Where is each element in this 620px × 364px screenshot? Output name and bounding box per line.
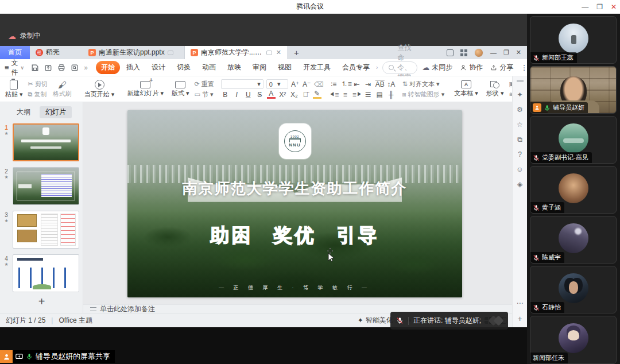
phonetic-guide-button[interactable]: 变̈ [301, 91, 310, 99]
clear-format-icon[interactable]: ⌫ [314, 80, 323, 88]
align-center-button[interactable]: ≡ [341, 91, 350, 99]
increase-font-icon[interactable]: A⁺ [291, 80, 300, 88]
slides-tab[interactable]: 幻灯片 [40, 106, 72, 118]
close-icon[interactable]: ✕ [611, 3, 617, 11]
superscript-button[interactable]: X² [278, 91, 287, 99]
maximize-icon[interactable]: ❐ [596, 3, 603, 11]
slide-thumbnail-4[interactable]: 4★ [0, 251, 83, 293]
underline-button[interactable]: U [244, 91, 253, 99]
slide-1-canvas[interactable]: 1902 NNU 南京师范大学学生资助工作简介 助困 奖优 引导 — 正 德 厚… [127, 110, 462, 297]
font-color-button[interactable]: A [267, 91, 276, 99]
reset-button[interactable]: ⟳重置 [195, 80, 214, 88]
bullet-list-button[interactable]: ∶≡ [330, 80, 338, 88]
ribbon-tab-animation[interactable]: 动画 [197, 61, 221, 74]
participant-tile[interactable]: 辅导员赵妍 [530, 66, 617, 114]
minimize-icon[interactable]: — [582, 3, 588, 11]
feedback-icon[interactable]: ☺ [516, 166, 523, 173]
print-icon[interactable] [57, 64, 65, 72]
play-from-current-button[interactable]: 当页开始 ▾ [82, 78, 118, 100]
account-avatar[interactable] [474, 48, 483, 57]
more-panes-icon[interactable]: ⋯ [517, 300, 524, 307]
ribbon-tab-insert[interactable]: 插入 [121, 61, 145, 74]
add-pane-icon[interactable]: + [517, 315, 522, 323]
convert-smartart-button[interactable]: ⧈转智能图形 ▾ [402, 90, 445, 99]
highlight-button[interactable]: ✎ [313, 91, 321, 99]
wps-restore-icon[interactable]: ❐ [503, 49, 509, 56]
tab-document-1[interactable]: P 南通新生家访ppt.pptx [83, 46, 185, 59]
wps-minimize-icon[interactable]: — [490, 49, 497, 56]
sync-status[interactable]: ☁ 未同步 [422, 63, 452, 72]
ribbon-tab-devtools[interactable]: 开发工具 [298, 61, 336, 74]
section-button[interactable]: ▭节 ▾ [195, 90, 214, 99]
wps-close-icon[interactable]: ✕ [516, 49, 521, 56]
font-name-select[interactable]: ▾ [221, 79, 264, 89]
slide-thumbnail-1[interactable]: 1★ [0, 121, 83, 164]
ribbon-tab-member[interactable]: 会员专享 [337, 61, 375, 74]
numbered-list-button[interactable]: ⒈≡ [341, 79, 350, 89]
effects-star-icon[interactable]: ☆ [517, 121, 523, 128]
layers-icon[interactable]: ⧉ [517, 136, 522, 143]
object-properties-icon[interactable]: ⚙ [517, 106, 523, 113]
justify-button[interactable]: ☰ [364, 91, 373, 99]
text-direction-button[interactable]: AB [375, 80, 384, 88]
pin-icon[interactable]: ◈ [517, 181, 522, 188]
help-icon[interactable]: ? [518, 151, 522, 158]
add-slide-button[interactable]: + [0, 295, 83, 308]
participant-tile[interactable]: 石静怡 [530, 266, 617, 313]
ribbon-tab-slideshow[interactable]: 放映 [222, 61, 246, 74]
save-icon[interactable] [31, 64, 39, 72]
italic-button[interactable]: I [232, 91, 241, 99]
participant-tile[interactable]: 新闻部任禾 [530, 316, 617, 364]
ribbon-tab-view[interactable]: 视图 [273, 61, 297, 74]
decrease-font-icon[interactable]: A⁻ [303, 80, 311, 88]
cut-button[interactable]: ✂剪切 [28, 80, 48, 88]
export-icon[interactable] [44, 64, 52, 72]
file-menu[interactable]: ≡ 文件 ∨ [5, 58, 24, 78]
slide-thumbnail-3[interactable]: 3★ [0, 208, 83, 251]
paste-button[interactable]: 粘贴 ▾ [2, 78, 26, 100]
font-size-select[interactable]: 0 ▾ [266, 79, 288, 89]
smart-beautify-rocket-icon[interactable]: ✦ [517, 91, 522, 98]
shapes-button[interactable]: 形状 ▾ [483, 78, 507, 100]
ribbon-tab-home[interactable]: 开始 [96, 61, 120, 74]
align-text-button[interactable]: ⇅对齐文本 ▾ [402, 80, 445, 88]
print-preview-icon[interactable] [71, 64, 79, 72]
text-box-button[interactable]: A 文本框 ▾ [451, 78, 481, 100]
chevron-right-icon[interactable]: › [376, 64, 378, 71]
participant-tile[interactable]: 党委副书记-高见 [530, 116, 617, 164]
layout-button[interactable]: 版式 ▾ [169, 78, 192, 100]
subscript-button[interactable]: X₂ [290, 91, 299, 99]
tab-document-2-active[interactable]: P 南京师范大学学...工作介绍ppt ✕ [185, 46, 287, 59]
share-button[interactable]: 分享 [490, 63, 513, 72]
tab-close-icon[interactable]: ✕ [276, 49, 281, 56]
apps-grid-icon[interactable] [460, 49, 467, 56]
copy-button[interactable]: ⧉复制 [28, 90, 48, 99]
align-right-button[interactable]: ≡⯈ [352, 91, 361, 99]
workspace-icon[interactable] [447, 49, 454, 56]
theme-name[interactable]: Office 主题 [59, 316, 92, 326]
decrease-indent-button[interactable]: ⇤ [352, 80, 361, 88]
column-spacing-button[interactable]: ╫ [387, 91, 396, 99]
pane-handle-icon[interactable] [517, 80, 524, 82]
increase-indent-button[interactable]: ⇥ [364, 80, 373, 88]
command-search-input[interactable]: 查找命令、搜索模板 [382, 61, 417, 74]
slide-thumbnail-2[interactable]: 2★ [0, 164, 83, 208]
bold-button[interactable]: B [221, 91, 230, 99]
collaborate-button[interactable]: 协作 [460, 63, 483, 72]
participant-tile[interactable]: 新闻部王蕊 [530, 16, 617, 64]
line-spacing-button[interactable]: ↕A [387, 80, 396, 88]
ribbon-tab-review[interactable]: 审阅 [247, 61, 272, 74]
outline-tab[interactable]: 大纲 [11, 106, 36, 118]
participant-tile[interactable]: 黄子涵 [530, 166, 617, 214]
ribbon-tab-design[interactable]: 设计 [146, 61, 170, 74]
ribbon-tab-transition[interactable]: 切换 [172, 61, 196, 74]
distribute-button[interactable]: ▤ [375, 91, 384, 99]
tab-docer[interactable]: 稻 稻壳 [30, 46, 83, 59]
strikethrough-button[interactable]: S [255, 91, 264, 99]
participant-tile[interactable]: 陈威宇 [530, 216, 617, 264]
new-slide-button[interactable]: 新建幻灯片 ▾ [124, 78, 166, 100]
format-painter-button[interactable]: 🖌︎ 格式刷 [50, 78, 75, 100]
align-left-button[interactable]: ⯇≡ [330, 91, 338, 99]
new-tab-button[interactable]: + [287, 46, 306, 59]
more-quick-icons[interactable]: » [84, 64, 88, 72]
